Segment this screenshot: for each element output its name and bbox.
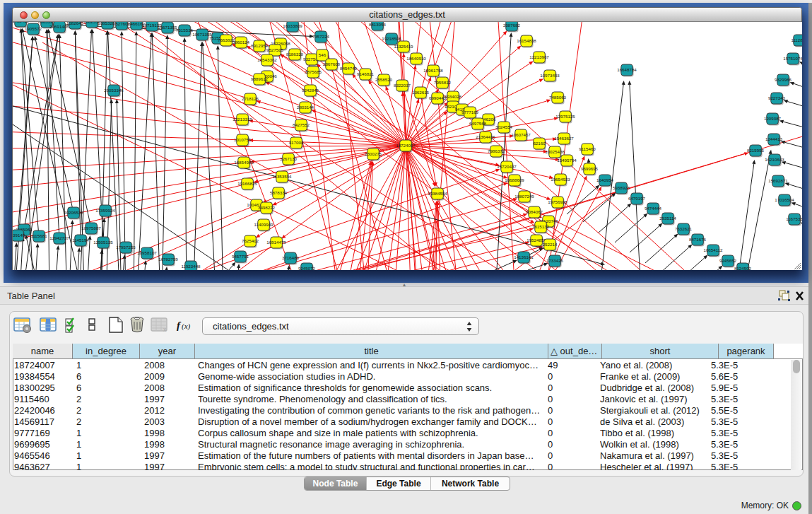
- svg-text:19384554: 19384554: [428, 191, 447, 196]
- svg-text:10654112: 10654112: [703, 247, 723, 252]
- svg-text:8813054: 8813054: [369, 22, 387, 27]
- svg-text:9245072: 9245072: [298, 266, 316, 270]
- svg-text:9115460: 9115460: [579, 146, 596, 151]
- svg-text:9777169: 9777169: [461, 110, 479, 115]
- svg-text:9084067: 9084067: [526, 209, 543, 214]
- svg-text:9242845: 9242845: [302, 88, 319, 93]
- svg-text:9474444: 9474444: [645, 206, 662, 211]
- svg-text:19166825: 19166825: [237, 181, 257, 186]
- svg-text:1905572: 1905572: [25, 26, 42, 31]
- svg-text:2803144: 2803144: [297, 105, 314, 110]
- svg-text:2087682: 2087682: [503, 23, 521, 28]
- svg-text:15495794: 15495794: [557, 158, 577, 163]
- svg-text:10973493: 10973493: [540, 73, 560, 78]
- svg-text:1468410: 1468410: [13, 22, 30, 23]
- svg-text:19756928: 19756928: [548, 199, 567, 204]
- svg-text:939149: 939149: [13, 233, 25, 238]
- svg-text:1112843: 1112843: [791, 37, 802, 42]
- svg-text:7357224: 7357224: [312, 34, 330, 39]
- svg-text:9457791: 9457791: [232, 254, 249, 259]
- svg-text:f: f: [177, 320, 182, 331]
- svg-text:1209387: 1209387: [764, 116, 782, 121]
- svg-text:11923448: 11923448: [181, 264, 201, 269]
- svg-text:9146821: 9146821: [357, 71, 375, 76]
- svg-text:252214: 252214: [543, 242, 558, 247]
- svg-text:62160: 62160: [533, 141, 546, 146]
- svg-text:3267130: 3267130: [280, 156, 298, 161]
- svg-text:9527505: 9527505: [266, 47, 284, 52]
- svg-text:11409949: 11409949: [254, 222, 273, 227]
- svg-text:15463627: 15463627: [554, 136, 574, 141]
- svg-text:9227343: 9227343: [768, 95, 786, 100]
- svg-text:8427552: 8427552: [293, 122, 310, 127]
- svg-text:6497568: 6497568: [469, 121, 487, 126]
- svg-text:15720437: 15720437: [497, 164, 517, 169]
- svg-text:17359924: 17359924: [95, 208, 115, 213]
- svg-text:1145194: 1145194: [72, 238, 89, 243]
- svg-text:16648784: 16648784: [617, 67, 637, 72]
- svg-text:6990443: 6990443: [429, 95, 447, 100]
- svg-text:1615132: 1615132: [532, 224, 550, 229]
- svg-text:3716485: 3716485: [282, 255, 300, 260]
- svg-text:7625402: 7625402: [242, 238, 259, 243]
- svg-text:417004: 417004: [289, 140, 304, 145]
- svg-text:12213319: 12213319: [233, 117, 252, 122]
- svg-text:15692871: 15692871: [768, 178, 788, 183]
- svg-text:17957255: 17957255: [116, 245, 136, 250]
- svg-text:11353594: 11353594: [272, 174, 292, 179]
- svg-text:1082643: 1082643: [66, 22, 84, 25]
- svg-text:2300275: 2300275: [365, 151, 382, 156]
- svg-text:1362615: 1362615: [412, 90, 430, 95]
- svg-text:8215955: 8215955: [747, 148, 765, 153]
- svg-text:16782759: 16782759: [158, 257, 178, 262]
- svg-text:21364436: 21364436: [476, 134, 495, 139]
- svg-text:14136141: 14136141: [514, 255, 534, 259]
- svg-text:7485063: 7485063: [549, 95, 567, 100]
- svg-text:18640910: 18640910: [406, 56, 426, 61]
- svg-text:12213967: 12213967: [529, 54, 549, 59]
- svg-text:15751074: 15751074: [783, 56, 802, 61]
- svg-text:19654923: 19654923: [551, 177, 570, 182]
- svg-text:2935114: 2935114: [659, 216, 676, 221]
- svg-text:16914479: 16914479: [266, 240, 286, 245]
- svg-text:12975125: 12975125: [555, 114, 575, 119]
- svg-text:10975887: 10975887: [81, 226, 101, 230]
- svg-text:2718126: 2718126: [242, 96, 259, 101]
- svg-text:1010755: 1010755: [234, 137, 252, 142]
- svg-text:1115681: 1115681: [30, 233, 47, 238]
- svg-text:5878334: 5878334: [270, 190, 288, 195]
- svg-text:8912954: 8912954: [251, 43, 269, 48]
- svg-text:1640954: 1640954: [596, 177, 614, 182]
- svg-text:16543362: 16543362: [257, 57, 277, 62]
- svg-text:546: 546: [319, 52, 326, 57]
- svg-text:10958107: 10958107: [137, 250, 157, 255]
- svg-text:16154838: 16154838: [517, 38, 536, 43]
- svg-text:8322037: 8322037: [394, 83, 411, 88]
- svg-text:16854985: 16854985: [234, 160, 254, 165]
- svg-text:9699695: 9699695: [581, 166, 599, 171]
- svg-text:16033809: 16033809: [283, 23, 302, 28]
- svg-text:3875685: 3875685: [305, 69, 322, 74]
- svg-text:3024554: 3024554: [495, 124, 513, 129]
- svg-text:20206536: 20206536: [64, 210, 83, 215]
- svg-text:9245652: 9245652: [719, 258, 737, 263]
- svg-text:3860124: 3860124: [233, 40, 250, 45]
- svg-text:8471676: 8471676: [689, 237, 707, 242]
- svg-text:10688609: 10688609: [505, 177, 524, 182]
- svg-text:12505135: 12505135: [93, 240, 113, 245]
- svg-text:16961758: 16961758: [423, 68, 443, 73]
- svg-text:1733426: 1733426: [546, 258, 564, 263]
- svg-text:x: x: [163, 326, 167, 333]
- svg-text:17016504: 17016504: [775, 197, 794, 202]
- svg-text:18724007: 18724007: [396, 143, 416, 148]
- svg-text:(x): (x): [182, 322, 191, 331]
- svg-text:9889612: 9889612: [251, 76, 269, 81]
- svg-text:12942737: 12942737: [49, 235, 69, 240]
- svg-text:3498222: 3498222: [258, 205, 276, 210]
- svg-text:10025438: 10025438: [545, 149, 565, 154]
- svg-text:2867608: 2867608: [323, 62, 341, 66]
- svg-text:6934028: 6934028: [445, 94, 462, 99]
- svg-text:1167533: 1167533: [786, 216, 802, 221]
- svg-text:16671355: 16671355: [158, 25, 177, 30]
- svg-text:8124502: 8124502: [734, 266, 752, 270]
